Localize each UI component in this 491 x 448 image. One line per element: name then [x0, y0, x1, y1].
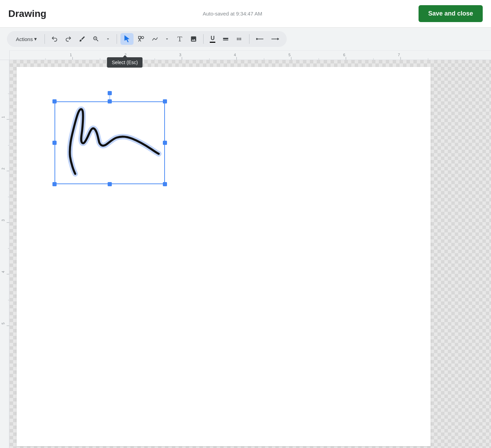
actions-label: Actions	[16, 36, 33, 42]
svg-text:4: 4	[2, 271, 6, 273]
svg-text:4: 4	[234, 53, 236, 57]
line-dash-icon	[236, 36, 243, 42]
ruler-v-svg: 1 2 3 4 5	[0, 60, 9, 448]
shapes-button[interactable]	[135, 33, 147, 44]
svg-text:2: 2	[125, 53, 127, 57]
select-icon	[123, 35, 131, 43]
svg-text:6: 6	[343, 53, 345, 57]
svg-text:5: 5	[288, 53, 291, 57]
redo-icon	[65, 36, 72, 42]
header: Drawing Auto-saved at 9:34:47 AM Save an…	[0, 0, 491, 28]
rotate-handle[interactable]	[108, 91, 112, 95]
zoom-group	[90, 33, 113, 44]
undo-icon	[51, 36, 58, 42]
paint-format-button[interactable]	[76, 33, 88, 44]
text-box-icon	[176, 36, 183, 42]
svg-text:5: 5	[2, 322, 6, 325]
page-title: Drawing	[8, 8, 46, 19]
svg-text:1: 1	[70, 53, 72, 57]
line-color-button[interactable]: U	[207, 33, 218, 45]
zoom-dropdown-button[interactable]	[103, 34, 113, 43]
chevron-down-icon	[106, 37, 110, 41]
paint-format-icon	[79, 36, 86, 42]
line-start-icon	[256, 36, 264, 42]
handwriting-drawing	[55, 101, 165, 184]
toolbar-divider-4	[249, 34, 249, 44]
select-button[interactable]	[120, 33, 134, 45]
actions-dropdown-icon: ▾	[34, 36, 37, 42]
selection-container[interactable]	[55, 101, 165, 184]
drawing-canvas[interactable]	[10, 60, 491, 448]
shapes-icon	[138, 36, 145, 42]
actions-button[interactable]: Actions ▾	[12, 34, 41, 44]
line-end-icon	[271, 36, 279, 42]
ruler-vertical: 1 2 3 4 5	[0, 60, 10, 448]
image-icon	[190, 36, 197, 42]
toolbar-wrapper: Actions ▾	[0, 28, 491, 50]
autosave-status: Auto-saved at 9:34:47 AM	[46, 11, 418, 17]
toolbar-divider-3	[203, 34, 204, 44]
ruler-h-svg: 1 2 3 4 5 6 7	[10, 50, 491, 60]
line-end-button[interactable]	[268, 33, 282, 44]
line-weight-button[interactable]	[219, 33, 232, 44]
svg-text:3: 3	[179, 53, 181, 57]
zoom-icon	[92, 36, 99, 42]
svg-rect-3	[256, 38, 257, 40]
selection-box	[55, 101, 165, 184]
line-button[interactable]	[149, 33, 161, 44]
canvas-area: 1 2 3 4 5 6 7	[0, 50, 491, 448]
redo-button[interactable]	[62, 33, 75, 44]
undo-button[interactable]	[48, 33, 61, 44]
toolbar-divider-2	[117, 34, 117, 44]
ruler-corner	[0, 50, 10, 60]
chevron-down-icon-2	[165, 37, 169, 41]
zoom-button[interactable]	[90, 33, 102, 44]
svg-point-1	[141, 37, 144, 39]
line-group	[149, 33, 172, 44]
line-dropdown-button[interactable]	[162, 34, 172, 43]
line-weight-icon	[222, 36, 229, 42]
svg-rect-0	[139, 37, 141, 39]
image-button[interactable]	[187, 33, 200, 44]
svg-text:7: 7	[398, 53, 400, 57]
toolbar: Actions ▾	[7, 31, 287, 47]
svg-text:3: 3	[2, 219, 6, 221]
ruler-horizontal: 1 2 3 4 5 6 7	[10, 50, 491, 60]
line-dash-button[interactable]	[233, 33, 246, 44]
text-box-button[interactable]	[174, 33, 186, 44]
save-close-button[interactable]: Save and close	[419, 5, 483, 22]
svg-text:2: 2	[2, 168, 6, 170]
svg-text:1: 1	[2, 116, 6, 118]
toolbar-divider-1	[45, 34, 45, 44]
line-start-button[interactable]	[253, 33, 267, 44]
scribble-icon	[151, 36, 158, 42]
line-color-icon: U	[210, 35, 215, 43]
